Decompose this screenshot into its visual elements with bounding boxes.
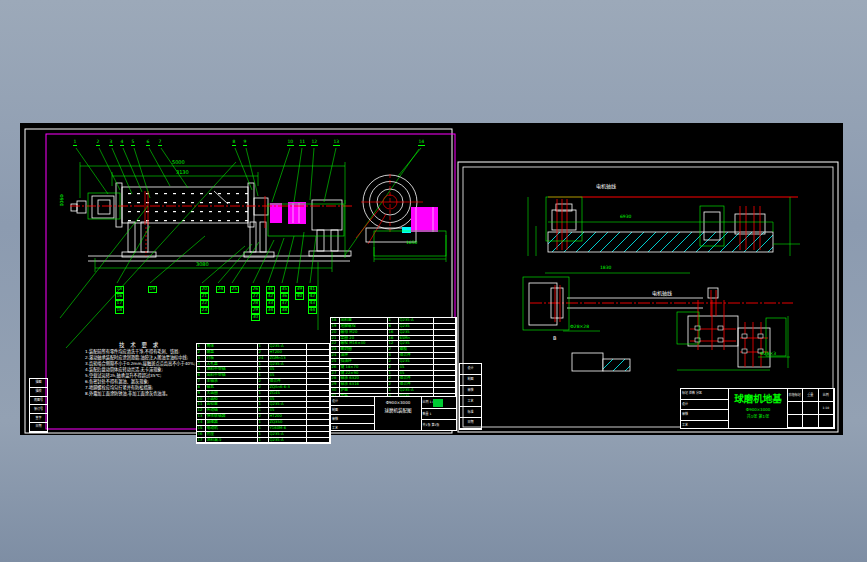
part-callout: 41 — [308, 286, 317, 293]
title-block-cell: 1:10 — [819, 402, 834, 415]
edge-row: 日期 — [460, 418, 481, 429]
title-block-cell: 重量 — [803, 389, 818, 402]
part-callout: 43 — [308, 300, 317, 307]
title-block-cell — [803, 402, 818, 415]
part-callout: 40 — [295, 293, 304, 300]
dim-overall-length: 5000 — [172, 160, 185, 165]
bb-section-detail — [572, 353, 630, 371]
part-callout: 12 — [311, 140, 318, 146]
dim-drum-length: 3130 — [176, 170, 189, 175]
ball-mill-end-view — [356, 174, 446, 262]
cad-linework — [0, 0, 867, 562]
section-marker: B — [553, 336, 556, 341]
sheet-field: 共1张 第1张 — [422, 420, 456, 430]
right-sheet-edge-block: 设计制图审核工艺标准日期 — [459, 363, 482, 430]
revision-field: 标记 处数 分区 — [681, 389, 728, 400]
dim-elevation: 1830 — [600, 266, 611, 271]
dim-base-length: 3080 — [196, 262, 209, 267]
title-block-mark — [433, 399, 443, 407]
part-callout: 28 — [251, 300, 260, 307]
revision-field: 审核 — [681, 410, 728, 421]
drawing-spec: Ф900×3000 — [375, 397, 420, 405]
part-callout: 13 — [333, 140, 340, 146]
edge-row: 描校 — [30, 388, 47, 397]
title-block-field: 制图 — [331, 406, 374, 415]
part-callout: 5 — [131, 140, 135, 146]
part-callout: 38 — [280, 307, 289, 314]
part-callout: 21 — [200, 293, 209, 300]
foundation-plan-view — [528, 197, 800, 256]
edge-row: 描图 — [30, 379, 47, 388]
part-callout: 8 — [232, 140, 236, 146]
part-callout: 24 — [216, 286, 225, 293]
title-block-field: 审核 — [331, 415, 374, 424]
part-callout: 33 — [266, 300, 275, 307]
axis-label-plan: 电机轴线 — [596, 184, 616, 189]
title-block-cell — [803, 415, 818, 428]
part-callout: 9 — [243, 140, 247, 146]
title-block-signature-rows: 设计制图审核工艺 — [331, 397, 375, 430]
part-callout: 22 — [200, 300, 209, 307]
revision-rows: 标记 处数 分区设计审核工艺 — [681, 389, 729, 428]
bom-row: 17 进料漏斗 1 Q235-A — [197, 438, 330, 444]
part-callout: 15 — [115, 286, 124, 293]
part-callout: 7 — [158, 140, 162, 146]
title-block-cell — [788, 402, 803, 415]
part-callout: 44 — [308, 307, 317, 314]
part-callout: 1 — [73, 140, 77, 146]
ball-mill-side-view — [70, 183, 352, 261]
revision-field: 工艺 — [681, 421, 728, 429]
part-callout: 35 — [280, 286, 289, 293]
revision-field: 设计 — [681, 400, 728, 411]
part-callout: 32 — [266, 293, 275, 300]
dim-drum-diameter: Ф900 — [58, 194, 63, 206]
dim-endview-base: 1650 — [406, 241, 417, 246]
edge-row: 审核 — [460, 386, 481, 397]
edge-row: 设计 — [460, 364, 481, 375]
part-callout: 2 — [96, 140, 100, 146]
part-callout: 23 — [200, 307, 209, 314]
title-block-cell — [788, 415, 803, 428]
foundation-sheet-count: 共1张 第1张 — [729, 412, 786, 419]
title-block-foundation: 标记 处数 分区设计审核工艺 球磨机地基 Ф900×3000 共1张 第1张 阶… — [680, 388, 835, 429]
part-callout: 25 — [230, 286, 239, 293]
part-callout: 4 — [120, 140, 124, 146]
edge-row: 标准 — [460, 407, 481, 418]
part-callout: 34 — [266, 307, 275, 314]
title-block-cell — [819, 415, 834, 428]
qty-field: 数量 1 — [422, 409, 456, 420]
axis-label-elevation: 电机轴线 — [652, 291, 672, 296]
part-callout: 29 — [251, 307, 260, 314]
part-callout: 17 — [115, 300, 124, 307]
part-callout: 36 — [280, 293, 289, 300]
part-callout: 16 — [115, 293, 124, 300]
title-block-cells: 阶段标记重量比例1:10 — [788, 389, 834, 428]
part-callout: 31 — [266, 286, 275, 293]
title-block-field: 工艺 — [331, 424, 374, 430]
part-callout: 11 — [299, 140, 306, 146]
part-callout: 37 — [280, 300, 289, 307]
anchor-bolt-spec-right: Ф28×3 — [760, 352, 776, 357]
title-block-field: 设计 — [331, 397, 374, 406]
title-block-cell: 阶段标记 — [788, 389, 803, 402]
edge-row: 签字 — [30, 414, 47, 423]
anchor-bolt-spec-left: Ф28×28 — [570, 325, 589, 330]
edge-row: 装订号 — [30, 405, 47, 414]
part-callout: 20 — [200, 286, 209, 293]
part-callout: 26 — [251, 286, 260, 293]
part-callout: 30 — [251, 314, 260, 321]
part-callout: 27 — [251, 293, 260, 300]
edge-row: 底图号 — [30, 397, 47, 406]
part-callout: 19 — [148, 286, 157, 293]
part-callout: 18 — [115, 307, 124, 314]
drawing-title: 球磨机装配图 — [375, 405, 420, 413]
part-callout: 42 — [308, 293, 317, 300]
edge-row: 日期 — [30, 423, 47, 432]
part-callout: 39 — [295, 286, 304, 293]
foundation-title: 球磨机地基 — [729, 389, 786, 405]
edge-row: 制图 — [460, 375, 481, 386]
part-callout: 14 — [418, 140, 425, 146]
title-block-cell: 比例 — [819, 389, 834, 402]
part-callout: 6 — [146, 140, 150, 146]
bom-table-left: 1 筒体 1 Q235-A 2 端盖 2 HT200 3 衬板 24 ZGMn1… — [196, 343, 331, 444]
